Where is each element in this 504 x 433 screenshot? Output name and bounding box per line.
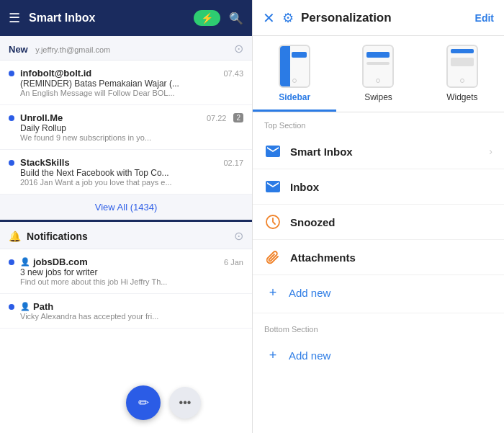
notif-time: 6 Jan <box>224 258 243 267</box>
mail-sender: infobolt@bolt.id <box>20 68 91 79</box>
mail-preview: An English Message will Follow Dear BOL.… <box>20 89 243 97</box>
app-title: Smart Inbox <box>29 12 185 24</box>
notification-item[interactable]: 👤 jobsDB.com 6 Jan 3 new jobs for writer… <box>0 249 252 294</box>
notification-item[interactable]: 👤 Path Vicky Alexandra has accepted your… <box>0 294 252 329</box>
tab-swipes[interactable]: Swipes <box>336 36 420 112</box>
check-icon[interactable]: ⊙ <box>234 42 243 55</box>
menu-item-snoozed[interactable]: Snoozed <box>253 205 504 240</box>
new-label: New <box>9 44 28 55</box>
notifications-check-icon[interactable]: ⊙ <box>234 229 243 243</box>
mail-time: 02.17 <box>223 159 243 167</box>
unread-dot <box>9 71 14 76</box>
right-panel: ✕ ⚙ Personalization Edit Sidebar Swipes <box>252 0 504 433</box>
tab-sidebar-label: Sidebar <box>279 92 310 102</box>
mail-item[interactable]: StackSkills 02.17 Build the Next Faceboo… <box>0 150 252 195</box>
smart-inbox-icon <box>264 143 282 160</box>
personalization-tabs: Sidebar Swipes Widgets <box>253 36 504 112</box>
unread-dot <box>9 259 14 265</box>
notif-preview: Find out more about this job Hi Jeffry T… <box>20 277 243 286</box>
right-header: ✕ ⚙ Personalization Edit <box>253 0 504 36</box>
more-fab-button[interactable]: ••• <box>169 387 201 419</box>
snoozed-label: Snoozed <box>290 216 492 228</box>
swipes-tab-icon <box>362 45 394 88</box>
mail-badge: 2 <box>233 113 243 122</box>
mail-time: 07.22 <box>207 114 227 122</box>
tab-sidebar[interactable]: Sidebar <box>253 36 336 112</box>
bolt-badge: ⚡ <box>194 10 220 26</box>
left-panel: ☰ Smart Inbox ⚡ 🔍 New y.jeffry.th@gmail.… <box>0 0 252 433</box>
mail-item[interactable]: Unroll.Me 07.22 2 Daily Rollup We found … <box>0 105 252 150</box>
edit-button[interactable]: Edit <box>475 12 494 24</box>
menu-item-attachments[interactable]: Attachments <box>253 240 504 275</box>
mail-content: Unroll.Me 07.22 2 Daily Rollup We found … <box>20 112 243 142</box>
notifications-section-header: 🔔 Notifications ⊙ <box>0 222 252 249</box>
snoozed-icon <box>264 213 282 231</box>
mail-time: 07.43 <box>223 69 243 78</box>
unread-dot <box>9 304 14 310</box>
mail-list: infobolt@bolt.id 07.43 (REMINDER) Batas … <box>0 61 252 433</box>
mail-subject: Daily Rollup <box>20 123 243 133</box>
compose-fab-button[interactable]: ✏ <box>126 385 161 420</box>
view-all-label: View All (1434) <box>95 202 157 213</box>
widgets-tab-icon <box>446 45 478 88</box>
menu-item-inbox[interactable]: Inbox <box>253 169 504 205</box>
notif-sender: jobsDB.com <box>33 256 88 267</box>
notif-subject: 3 new jobs for writer <box>20 267 243 277</box>
mail-subject: (REMINDER) Batas Pemakaian Wajar (... <box>20 79 243 89</box>
mail-subject: Build the Next Facebook with Top Co... <box>20 168 243 178</box>
fab-area: ✏ ••• <box>126 385 201 420</box>
tab-widgets-label: Widgets <box>446 92 477 102</box>
notif-person-icon: 👤 <box>20 302 30 311</box>
close-icon[interactable]: ✕ <box>263 9 275 27</box>
notif-preview: Vicky Alexandra has accepted your fri... <box>20 312 243 321</box>
unread-dot <box>9 115 14 121</box>
unread-dot <box>9 160 14 166</box>
bolt-icon: ⚡ <box>201 12 213 24</box>
menu-icon[interactable]: ☰ <box>9 10 20 26</box>
attachments-label: Attachments <box>290 251 492 264</box>
add-new-top-label: Add new <box>289 287 330 299</box>
add-new-bottom[interactable]: + Add new <box>253 338 504 372</box>
notif-person-icon: 👤 <box>20 257 30 267</box>
plus-icon-bottom: + <box>264 347 282 364</box>
top-section-label: Top Section <box>253 112 504 134</box>
new-section-header: New y.jeffry.th@gmail.com ⊙ <box>0 36 252 61</box>
bell-icon: 🔔 <box>9 231 21 242</box>
mail-content: infobolt@bolt.id 07.43 (REMINDER) Batas … <box>20 68 243 97</box>
notif-content: 👤 jobsDB.com 6 Jan 3 new jobs for writer… <box>20 256 243 286</box>
plus-icon: + <box>264 284 282 301</box>
add-new-top[interactable]: + Add new <box>253 275 504 310</box>
mail-content: StackSkills 02.17 Build the Next Faceboo… <box>20 157 243 187</box>
mail-item[interactable]: infobolt@bolt.id 07.43 (REMINDER) Batas … <box>0 61 252 105</box>
personalize-icon: ⚙ <box>282 10 294 26</box>
attachments-icon <box>264 249 282 266</box>
bottom-section-label: Bottom Section <box>253 316 504 338</box>
menu-item-smart-inbox[interactable]: Smart Inbox › <box>253 134 504 169</box>
new-section-info: New y.jeffry.th@gmail.com <box>9 43 110 55</box>
mail-preview: We found 9 new subscriptions in yo... <box>20 133 243 142</box>
right-title: Personalization <box>301 11 468 25</box>
top-bar: ☰ Smart Inbox ⚡ 🔍 <box>0 0 252 36</box>
divider <box>253 313 504 313</box>
ellipsis-icon: ••• <box>179 396 192 409</box>
tab-widgets[interactable]: Widgets <box>420 36 504 112</box>
mail-sender: StackSkills <box>20 157 70 168</box>
mail-preview: 2016 Jan Want a job you love that pays e… <box>20 178 243 187</box>
tab-swipes-label: Swipes <box>364 92 392 102</box>
add-new-bottom-label: Add new <box>289 349 330 362</box>
mail-sender: Unroll.Me <box>20 112 63 123</box>
view-all-button[interactable]: View All (1434) <box>0 195 252 222</box>
new-email: y.jeffry.th@gmail.com <box>35 45 110 54</box>
chevron-right-icon: › <box>489 146 492 157</box>
notif-label-row: 🔔 Notifications <box>9 231 88 242</box>
pencil-icon: ✏ <box>138 395 149 411</box>
notifications-label: Notifications <box>27 231 88 242</box>
sidebar-tab-icon <box>279 45 310 88</box>
notif-content: 👤 Path Vicky Alexandra has accepted your… <box>20 301 243 321</box>
inbox-icon <box>264 178 282 195</box>
search-icon[interactable]: 🔍 <box>229 12 243 25</box>
inbox-label: Inbox <box>290 181 492 193</box>
notif-sender: Path <box>33 301 53 312</box>
smart-inbox-label: Smart Inbox <box>290 146 480 158</box>
